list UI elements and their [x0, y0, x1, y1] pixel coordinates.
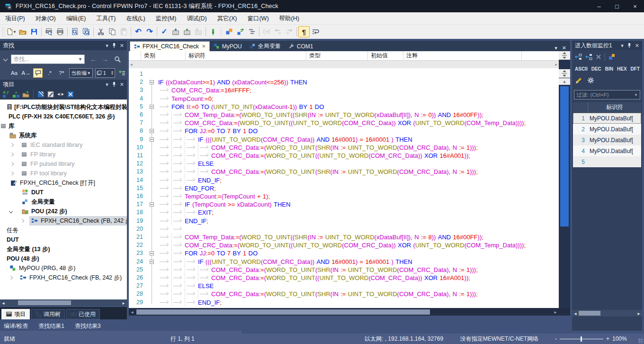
tree-item[interactable]: POU (242 步): [0, 207, 127, 216]
tree-item[interactable]: FP tool library: [0, 169, 127, 178]
insert-variable-icon[interactable]: [575, 54, 582, 60]
chevron-right-icon[interactable]: [10, 162, 14, 166]
variable-table-hscrollbar[interactable]: ◂▸: [129, 61, 559, 68]
new-file-button[interactable]: ▼: [6, 26, 17, 37]
edit-pencil-icon[interactable]: [575, 77, 582, 84]
print-preview-button[interactable]: [43, 26, 54, 37]
menu-item[interactable]: 在线(L): [121, 12, 150, 25]
undo-button[interactable]: ↶: [133, 26, 144, 37]
delete-entry-icon[interactable]: [596, 54, 601, 60]
gear-icon[interactable]: [587, 77, 594, 84]
var-col-标识符[interactable]: 标识符: [186, 51, 306, 60]
word-wrap-button[interactable]: [310, 26, 321, 37]
code-line[interactable]: 8FOR·JJ:=0·TO·7·BY·1·DO: [129, 127, 559, 135]
tab-close-icon[interactable]: ✕: [562, 45, 566, 51]
code-line[interactable]: 25COM_CRC_Data:=(WORD_TO_UINT(SHR(IN·:=·…: [129, 266, 559, 274]
pou-nav-button[interactable]: [235, 26, 246, 37]
var-col-注释[interactable]: 注释: [403, 51, 522, 60]
tree-item[interactable]: FP pulsed library: [0, 159, 127, 169]
dock-tab-项目[interactable]: 项目: [1, 309, 30, 319]
code-line[interactable]: 15END_FOR;: [129, 184, 559, 192]
code-line[interactable]: 19END_IF;: [129, 217, 559, 225]
close-button[interactable]: ×: [626, 0, 644, 12]
format-HEX-button[interactable]: HEX: [617, 66, 627, 72]
watch-menu-icon[interactable]: ▾: [621, 43, 624, 49]
menu-item[interactable]: 监控(M): [151, 12, 182, 25]
project-toolbar-tree-eye-icon[interactable]: [56, 90, 65, 99]
tree-item[interactable]: DUT: [0, 188, 127, 197]
watch-row[interactable]: 4MyPOU.DataBuf[: [573, 145, 641, 156]
code-line[interactable]: 22COM_CRC_Data:=(WORD_TO_UINT((UINT_TO_W…: [129, 241, 559, 249]
blocks-button[interactable]: [224, 26, 235, 37]
fold-collapse-icon[interactable]: [150, 129, 154, 133]
output-tab[interactable]: 查找结果1: [38, 322, 64, 330]
cut-button[interactable]: [95, 26, 107, 37]
watch-row[interactable]: 1MyPOU.DataBuf[: [573, 113, 641, 124]
tree-item[interactable]: 系统库: [0, 131, 127, 140]
code-line[interactable]: 28COM_CRC_Data:=(WORD_TO_UINT(SHR(IN·:=·…: [129, 290, 559, 298]
var-col-类别[interactable]: 类别: [141, 51, 186, 60]
project-toolbar-tree-export-icon[interactable]: [66, 90, 75, 99]
match-case-button[interactable]: Aa: [9, 68, 19, 78]
tree-item[interactable]: 目 [F:\PLC功能块封装\ST结构化文本编程封装功: [0, 102, 127, 112]
blocks-icon[interactable]: [608, 54, 615, 60]
chevron-down-icon[interactable]: [9, 209, 13, 213]
find-in-page-button[interactable]: [69, 26, 80, 37]
menu-item[interactable]: 帮助(H): [274, 12, 304, 25]
code-line[interactable]: 7COM_CRC_Data:=(WORD_TO_UINT((UINT_TO_WO…: [129, 119, 559, 127]
tab-close-icon[interactable]: ×: [202, 43, 206, 50]
tree-item[interactable]: 全局变量 (13 步): [0, 244, 127, 254]
find-in-comments-button[interactable]: [33, 68, 43, 78]
maximize-button[interactable]: □: [608, 0, 626, 12]
code-line[interactable]: 2IF·((xDataCount>=1)·AND·(xDataCount<=25…: [129, 78, 559, 86]
close-panel-icon[interactable]: ✕: [635, 43, 639, 49]
search-scope-select[interactable]: 当前编▼: [69, 68, 93, 78]
watch-hscrollbar[interactable]: ◂ ▸: [572, 310, 642, 317]
pilcrow-button[interactable]: ¶: [298, 26, 310, 37]
find-expand-icon[interactable]: [3, 57, 8, 62]
project-hscrollbar[interactable]: ◂ ▸: [0, 299, 127, 306]
tree-item[interactable]: IEC standard library: [0, 140, 127, 150]
chevron-right-icon[interactable]: [10, 143, 14, 147]
editor-tab-全局变量[interactable]: 全局变量: [246, 41, 285, 51]
menu-item[interactable]: 工具(T): [91, 12, 121, 25]
zoom-slider[interactable]: [560, 339, 603, 339]
tab-list-icon[interactable]: ▾: [555, 45, 557, 51]
regex-button[interactable]: .*: [45, 68, 54, 78]
compile-all-button[interactable]: [181, 26, 193, 37]
copy-button[interactable]: [107, 26, 118, 37]
menu-item[interactable]: 对象(O): [30, 12, 61, 25]
jump-back-button[interactable]: [272, 26, 284, 37]
code-line[interactable]: 13COM_CRC_Data:=(WORD_TO_UINT(SHR(IN·:=·…: [129, 168, 559, 176]
zoom-in-button[interactable]: +: [606, 335, 609, 342]
project-toolbar-tree-edit-icon[interactable]: [46, 90, 55, 99]
dropdown-arrow-icon[interactable]: ▼: [13, 30, 17, 34]
toolbar-grip[interactable]: [2, 27, 5, 36]
tree-item[interactable]: DUT: [0, 235, 127, 244]
tree-item[interactable]: POU (48 步): [0, 254, 127, 263]
resize-grip[interactable]: [638, 338, 643, 343]
zoom-out-button[interactable]: -: [555, 335, 557, 342]
tree-item[interactable]: MyPOU (PRG, 48 步): [0, 263, 127, 273]
editor-tab-FPXH_CRC16_Check[interactable]: FPXH_CRC16_Check×: [130, 41, 210, 51]
minimize-button[interactable]: –: [590, 0, 608, 12]
code-line[interactable]: 6COM_Temp_Data:=(WORD_TO_UINT((SHR(IN·:=…: [129, 111, 559, 119]
chevron-right-icon[interactable]: [20, 219, 24, 223]
chevron-right-icon[interactable]: [9, 276, 13, 280]
code-vscrollbar[interactable]: ▲: [559, 51, 570, 308]
tree-item[interactable]: PLC (FP-XH 32k C40ET,C60ET, 326 步): [0, 112, 127, 121]
project-toolbar-tree-folder-add-icon[interactable]: [22, 90, 30, 99]
search-dropdown-icon[interactable]: ▼: [78, 57, 82, 62]
code-line[interactable]: 17IF·(TempCount·>=·xDataCount)·THEN: [129, 200, 559, 208]
code-line[interactable]: 12ELSE: [129, 160, 559, 168]
jump-fwd-button[interactable]: [284, 26, 295, 37]
menu-item[interactable]: 窗口(W): [242, 12, 274, 25]
watch-row[interactable]: 3MyPOU.DataBuf[: [573, 135, 641, 145]
fold-collapse-icon[interactable]: [150, 260, 154, 264]
code-line[interactable]: 16TempCount:=(TempCount·+·1);: [129, 192, 559, 200]
goto-ref-button[interactable]: [261, 26, 272, 37]
code-line[interactable]: 20: [129, 225, 559, 233]
tree-item[interactable]: 全局变量: [0, 197, 127, 207]
match-word-button[interactable]: A→: [21, 68, 31, 78]
editor-tab-COM1[interactable]: COM1: [285, 41, 317, 51]
